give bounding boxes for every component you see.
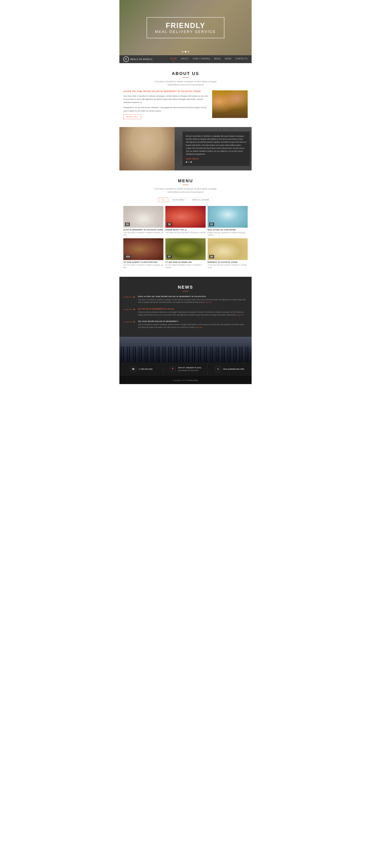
contact-phone-text: +1 800 603 6035	[138, 368, 153, 370]
about-subtitle: Fure dolor in hendrerit in volestie cons…	[154, 80, 217, 86]
contact-email: ✉ MAIL@DEMOLINK.ORG	[208, 362, 252, 376]
contact-phone-number: +1 800 603 6035	[138, 368, 153, 370]
news-more-1[interactable]: More Info	[205, 302, 212, 303]
news-more-3[interactable]: More Info	[195, 327, 202, 328]
menu-item-img-5[interactable]: $7	[165, 238, 206, 260]
testimonial-box: Vel eum iriure dolor in hendrerit in vul…	[183, 131, 250, 166]
filter-all[interactable]: All	[158, 198, 168, 202]
menu-item-img-6[interactable]: $6	[208, 238, 248, 260]
filter-special[interactable]: Special dishes	[189, 198, 213, 202]
menu-item-img-3[interactable]: $3	[208, 206, 248, 228]
testimonial-dot-2[interactable]	[188, 161, 189, 163]
menu-item-desc-2: Duis autem vel eum iriure dolor in hendr…	[165, 231, 206, 234]
menu-item-3: $3 DUIS AUTEM VEL EUM IRIURE Eodem modo …	[208, 206, 248, 237]
menu-price-1: $5	[125, 222, 130, 226]
brand-icon: ⚙	[123, 56, 129, 62]
nav-link-about[interactable]: ABOUT	[181, 58, 189, 60]
menu-price-3: $3	[209, 222, 214, 226]
privacy-policy-link[interactable]: Privacy Policy	[187, 379, 198, 381]
news-content-3: VEL EUM IRIURE DOLOR IN HENDRERIT I Colo…	[138, 320, 248, 329]
nav-link-menu[interactable]: MENU	[214, 58, 221, 60]
menu-price-6: $6	[209, 255, 214, 258]
testimonial-text: Vel eum iriure dolor in hendrerit in vul…	[186, 135, 246, 156]
menu-item-2: $2 EODEM MODO TYPI, Q Duis autem vel eum…	[165, 206, 206, 237]
news-content-2: EO DOLOR IN HENDRERIT IN VULPU Claritas …	[138, 308, 248, 316]
testimonial-person	[119, 127, 175, 170]
hero-section: FRIENDLY MEAL DELIVERY SERVICE	[119, 0, 252, 55]
location-icon: 📍	[169, 366, 176, 372]
menu-section: MENU Fure dolor in hendrerit in volestie…	[119, 170, 252, 277]
nav-link-news[interactable]: NEWS	[225, 58, 231, 60]
news-arrow-3: ▶	[133, 320, 135, 323]
hero-subtitle: MEAL DELIVERY SERVICE	[155, 30, 216, 34]
menu-item-img-2[interactable]: $2	[165, 206, 206, 228]
menu-item-img-4[interactable]: $10	[123, 238, 163, 260]
news-item-3: 26 Jun 2014 ▶ VEL EUM IRIURE DOLOR IN HE…	[123, 320, 248, 329]
news-title-3: VEL EUM IRIURE DOLOR IN HENDRERIT I	[138, 320, 248, 322]
nav-item-about[interactable]: ABOUT	[181, 57, 189, 62]
news-desc-1: Fure dolor in hendrerit in volestie cons…	[138, 299, 248, 304]
hero-title: FRIENDLY	[155, 22, 216, 30]
about-title: ABOUT US	[123, 71, 248, 76]
filter-main[interactable]: Main menu	[170, 198, 188, 202]
testimonial-dots	[186, 161, 246, 163]
news-title: NEWS	[123, 285, 248, 290]
email-icon: ✉	[215, 366, 221, 372]
news-divider	[183, 291, 188, 291]
hero-dot-3[interactable]	[187, 51, 189, 53]
news-date-3: 26 Jun 2014 ▶	[123, 320, 135, 329]
menu-item-desc-3: Eodem modo typi, qvendrent in volestie c…	[208, 231, 248, 237]
nav-item-menu[interactable]: MENU	[214, 57, 221, 62]
menu-filters: All Main menu Special dishes	[123, 198, 248, 202]
menu-item-title-4: YPI NON HABENT CLARITATEM INGI	[123, 261, 163, 263]
menu-item-desc-6: Ut wisi enim ad minim veniam in hendreri…	[208, 264, 248, 269]
about-divider	[183, 77, 188, 78]
footer-bottom: Copyright © 2014 | Privacy Policy	[119, 376, 252, 384]
nav-link-how-it-works[interactable]: HOW IT WORKS	[193, 58, 210, 60]
news-date-2: 21 May 2014 ▶	[123, 308, 135, 316]
testimonial-dot-3[interactable]	[190, 161, 192, 163]
menu-item-title-2: EODEM MODO TYPI, Q	[165, 229, 206, 231]
navbar-links: HOME ▼ ABOUT HOW IT WORKS MENU NEWS CONT…	[170, 57, 248, 62]
menu-price-4: $10	[125, 255, 131, 258]
menu-price-2: $2	[167, 222, 172, 226]
menu-price-5: $7	[167, 255, 172, 258]
more-info-button[interactable]: MORE INFO	[123, 115, 141, 119]
nav-item-home[interactable]: HOME ▼	[170, 57, 177, 62]
nav-link-contacts[interactable]: CONTACTS	[236, 58, 248, 60]
nav-dropdown-home: ▼	[170, 60, 177, 62]
testimonial-dot-1[interactable]	[186, 161, 187, 163]
about-image-inner	[212, 90, 248, 118]
navbar: ⚙ MEALS ON WHEELS HOME ▼ ABOUT HOW IT WO…	[119, 55, 252, 63]
menu-divider	[183, 185, 188, 185]
hero-dot-1[interactable]	[182, 51, 184, 53]
nav-link-home[interactable]: HOME	[170, 58, 177, 60]
about-image	[212, 90, 248, 118]
contact-email-text: MAIL@DEMOLINK.ORG	[223, 368, 244, 370]
news-arrow-2: ▶	[133, 308, 135, 310]
footer-contact-bar: ☎ +1 800 603 6035 📍 1870 ST. VINCENT PLA…	[119, 362, 252, 376]
copyright-text: Copyright © 2014 | Privacy Policy	[173, 379, 198, 381]
hero-dot-2[interactable]	[185, 51, 186, 53]
menu-item-img-1[interactable]: $5	[123, 206, 163, 228]
menu-item-title-1: OLOR IN HENDRERIT IN VOLESTIE CONSE	[123, 229, 163, 231]
news-section: NEWS 14 May 2014 ▶ DUIS AUTEM VEL EUM IR…	[119, 277, 252, 337]
nav-item-contacts[interactable]: CONTACTS	[236, 57, 248, 62]
about-heading: AUTEM VEL EUM IRIURE DOLOR IN HENDRERIT …	[123, 90, 208, 93]
about-para-2: Relegendo io uis qui facit eiurum clarit…	[123, 106, 208, 112]
navbar-brand: ⚙ MEALS ON WHEELS	[123, 56, 153, 62]
phone-icon: ☎	[130, 366, 136, 372]
testimonial-section: Vel eum iriure dolor in hendrerit in vul…	[119, 127, 252, 170]
menu-item-desc-4: Vum iriure dolor in hendrerit in volesti…	[123, 264, 163, 269]
contact-address-line1: 1870 ST. VINCENT PLACE,	[178, 366, 201, 369]
city-background	[119, 337, 252, 362]
contact-address-line2: GLASGOW, DC 45 FR 45	[178, 370, 198, 371]
nav-item-how-it-works[interactable]: HOW IT WORKS	[193, 57, 210, 62]
hero-dots	[182, 51, 189, 53]
nav-item-news[interactable]: NEWS	[225, 57, 231, 62]
city-skyline	[119, 347, 252, 362]
menu-item-4: $10 YPI NON HABENT CLARITATEM INGI Vum i…	[123, 238, 163, 269]
news-more-2[interactable]: More Info	[237, 314, 244, 316]
contact-address: 📍 1870 ST. VINCENT PLACE, GLASGOW, DC 45…	[163, 362, 208, 376]
contact-email-address: MAIL@DEMOLINK.ORG	[223, 368, 244, 370]
